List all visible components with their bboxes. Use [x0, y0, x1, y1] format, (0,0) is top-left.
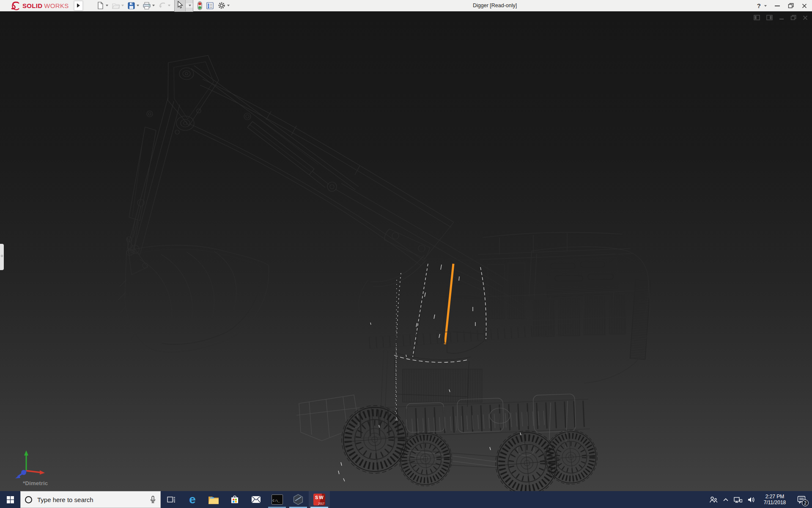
- start-button[interactable]: [0, 491, 20, 508]
- feature-panel-flyout-tab[interactable]: [0, 244, 4, 270]
- rebuild-traffic-light-icon: [197, 1, 203, 10]
- minimize-button[interactable]: [775, 6, 780, 6]
- microsoft-store-icon: [230, 495, 239, 504]
- open-dropdown-caret[interactable]: [121, 5, 124, 6]
- pane-left-button[interactable]: [754, 15, 760, 20]
- save-button[interactable]: [126, 1, 141, 11]
- menu-flyout-button[interactable]: [74, 1, 83, 11]
- action-center-button[interactable]: 2: [794, 491, 809, 508]
- minimize-icon: [775, 6, 780, 6]
- solidworks-2017-icon: SW 2017: [313, 494, 325, 505]
- document-properties-button[interactable]: [204, 1, 216, 11]
- excavator-wireframe-model[interactable]: [0, 12, 812, 491]
- network-icon[interactable]: [734, 496, 742, 503]
- taskbar-item-store[interactable]: [224, 491, 245, 508]
- titlebar: SOLIDWORKS: [0, 0, 812, 11]
- options-dropdown-caret[interactable]: [227, 5, 230, 6]
- solidworks-window: SOLIDWORKS: [0, 0, 812, 508]
- doc-restore-button[interactable]: [790, 15, 796, 20]
- taskbar: e C:: [0, 491, 812, 508]
- brand-works-text: WORKS: [44, 2, 69, 9]
- wheels: [342, 406, 597, 491]
- flyout-arrow-icon: [77, 3, 80, 8]
- taskbar-item-cmd[interactable]: C:\_: [266, 491, 288, 508]
- options-gear-icon: [217, 1, 226, 10]
- help-button[interactable]: ?: [757, 2, 767, 9]
- taskbar-item-solidworks[interactable]: SW 2017: [309, 491, 330, 508]
- new-document-button[interactable]: [95, 0, 110, 11]
- open-button[interactable]: [110, 0, 126, 11]
- command-prompt-icon: C:\_: [272, 494, 283, 505]
- hexagon-3d-app-icon: [292, 494, 304, 505]
- taskbar-item-edge[interactable]: e: [182, 491, 203, 508]
- new-dropdown-caret[interactable]: [106, 5, 108, 6]
- rebuild-button[interactable]: [195, 0, 204, 11]
- undo-icon: [158, 2, 167, 9]
- task-view-button[interactable]: [161, 491, 182, 508]
- close-button[interactable]: [802, 3, 807, 8]
- undo-button[interactable]: [156, 1, 172, 10]
- taskbar-clock[interactable]: 2:27 PM 7/11/2018: [760, 494, 789, 505]
- solidworks-logo: SOLIDWORKS: [9, 0, 69, 11]
- speaker-icon[interactable]: [747, 496, 755, 503]
- solidworks-logo-mark: [9, 0, 21, 11]
- print-icon: [143, 2, 151, 10]
- window-title: Digger [Read-only]: [473, 0, 517, 11]
- save-dropdown-caret[interactable]: [137, 5, 139, 6]
- quick-toolbar: [95, 0, 231, 12]
- brand-solid-text: SOLID: [22, 2, 42, 9]
- select-cursor-icon: [176, 1, 184, 9]
- print-button[interactable]: [141, 1, 156, 11]
- wireframe-geometry: [118, 55, 650, 491]
- cortana-icon: [25, 496, 32, 503]
- select-tool-group: [174, 0, 193, 12]
- hidden-icons-chevron[interactable]: [723, 497, 729, 502]
- clock-date: 7/11/2018: [760, 500, 789, 505]
- pane-right-button[interactable]: [766, 15, 773, 20]
- select-dropdown-caret[interactable]: [186, 3, 193, 8]
- save-floppy-icon: [127, 2, 135, 10]
- taskbar-item-mail[interactable]: [245, 491, 266, 508]
- file-explorer-icon: [208, 495, 219, 504]
- flyout-tab-icon: [1, 255, 3, 257]
- mail-icon: [251, 496, 261, 503]
- people-icon[interactable]: [709, 496, 718, 503]
- task-view-icon: [167, 495, 176, 504]
- options-button[interactable]: [216, 0, 231, 11]
- help-dropdown-caret: [764, 5, 767, 7]
- print-dropdown-caret[interactable]: [152, 5, 155, 6]
- taskbar-item-hex-app[interactable]: [288, 491, 309, 508]
- help-icon: ?: [757, 2, 761, 9]
- window-controls: ?: [757, 0, 807, 11]
- taskbar-item-file-explorer[interactable]: [203, 491, 224, 508]
- windows-logo-icon: [7, 496, 14, 503]
- open-folder-icon: [112, 1, 120, 10]
- system-tray: 2:27 PM 7/11/2018 2: [709, 491, 812, 508]
- edge-icon: e: [189, 494, 196, 505]
- document-properties-icon: [206, 2, 214, 10]
- select-caret-icon: [189, 5, 191, 6]
- document-window-controls: [754, 15, 808, 20]
- new-document-icon: [96, 1, 104, 10]
- doc-close-button[interactable]: [803, 15, 808, 20]
- doc-minimize-button[interactable]: [779, 15, 784, 20]
- search-input[interactable]: [37, 496, 150, 503]
- clock-time: 2:27 PM: [760, 494, 789, 500]
- close-icon: [802, 3, 807, 8]
- taskbar-search[interactable]: [20, 491, 161, 508]
- select-tool-button[interactable]: [175, 0, 186, 11]
- graphics-area[interactable]: *Dimetric: [0, 12, 812, 491]
- restore-icon: [788, 3, 794, 8]
- microphone-icon[interactable]: [150, 496, 156, 504]
- view-orientation-label: *Dimetric: [23, 480, 48, 486]
- orientation-triad: [8, 449, 50, 481]
- restore-button[interactable]: [788, 3, 794, 8]
- notification-badge: 2: [802, 500, 809, 506]
- undo-dropdown-caret[interactable]: [168, 5, 170, 6]
